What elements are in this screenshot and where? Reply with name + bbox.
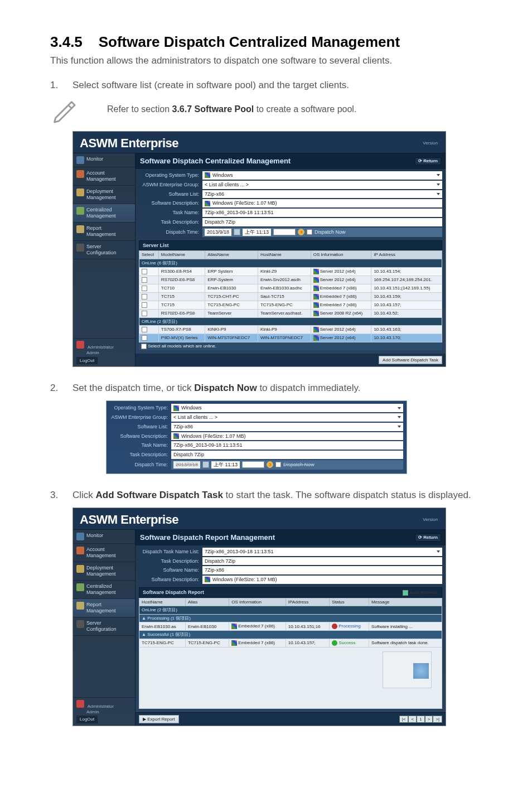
- export-report-button[interactable]: ▶ Export Report: [139, 715, 179, 723]
- field-group-2[interactable]: < List all clients ... >: [171, 413, 403, 422]
- calendar-icon[interactable]: [202, 461, 209, 468]
- auto-refresh-checkbox[interactable]: [403, 590, 408, 596]
- group-online[interactable]: OnLine (6 個項目): [139, 259, 442, 267]
- field-dispatch-time: 2013/9/18 上午 11:13 Dispatch Now: [202, 228, 442, 237]
- windows-icon: [313, 277, 319, 283]
- section-heading: 3.4.5 Software Dispatch Centralized Mana…: [50, 33, 482, 51]
- table-row[interactable]: TS700-X7-PS8KINKI-P9Kinki-P9Server 2012 …: [139, 326, 442, 334]
- dispatch-now-checkbox-2[interactable]: [275, 462, 281, 467]
- table-row[interactable]: TC710Erwin-EB1030Erwin-EB1030.asdhcEmbed…: [139, 284, 442, 292]
- deployment-icon: [76, 189, 84, 196]
- time-spinner-2[interactable]: [242, 461, 264, 468]
- group-online-2[interactable]: OnLine (2 個項目): [139, 606, 442, 615]
- row-checkbox[interactable]: [142, 269, 147, 274]
- time-input[interactable]: 上午 11:13: [243, 229, 271, 236]
- row-checkbox[interactable]: [142, 294, 147, 299]
- pager-first[interactable]: |<: [399, 716, 409, 723]
- pager[interactable]: |< < 1 > >|: [399, 716, 442, 723]
- sidebar-item-deployment[interactable]: Deployment Management: [73, 562, 135, 581]
- field-os-type-2[interactable]: Windows: [171, 404, 403, 412]
- sidebar-item-deployment[interactable]: Deployment Management: [73, 186, 135, 204]
- sidebar-item-monitor[interactable]: Monitor: [73, 153, 135, 167]
- return-button-2[interactable]: ⟳ Return: [415, 534, 441, 542]
- group-offline[interactable]: OffLine (2 個項目): [139, 317, 442, 326]
- field-task-name[interactable]: 7Zip-x86_2013-09-18 11:13:51: [202, 209, 442, 217]
- table-row[interactable]: Erwin-EB1030.asErwin-EB1030Embedded 7 (x…: [139, 622, 442, 631]
- sidebar-item-server-config[interactable]: Server Configuration: [73, 241, 135, 259]
- pager-page[interactable]: 1: [417, 716, 424, 723]
- logout-button[interactable]: LogOut: [76, 357, 98, 365]
- version-label: Version: [423, 141, 438, 146]
- sidebar-item-account[interactable]: Account Management: [73, 544, 135, 562]
- table-row[interactable]: RS300-E8-RS4ERP SystemKinki-Z9Server 201…: [139, 267, 442, 276]
- step-3: 3. Click Add Software Dispatch Task to s…: [50, 490, 482, 501]
- time-spinner[interactable]: [273, 229, 296, 235]
- pager-last[interactable]: >|: [433, 716, 442, 723]
- pen-icon: [50, 98, 76, 123]
- group-processing[interactable]: ▲ Processing (1 個項目): [139, 614, 442, 622]
- table-row[interactable]: TC715TC715-ENG-PCTC715-ENG-PCEmbedded 7 …: [139, 301, 442, 309]
- label-group: ASWM Enterprise Group:: [139, 182, 202, 188]
- add-software-dispatch-task-button[interactable]: Add Software Dispatch Task: [379, 356, 442, 364]
- label-sw-desc: Software Description:: [139, 200, 202, 206]
- field-sw-list-2[interactable]: 7Zip-x86: [171, 423, 403, 431]
- refresh-icon[interactable]: [298, 229, 304, 235]
- admin-label: Administrator: [76, 700, 132, 709]
- dispatch-now-label-2: Dispatch Now: [283, 462, 315, 468]
- select-all-row[interactable]: Select all models which are online.: [139, 342, 442, 350]
- success-icon: [332, 640, 337, 646]
- row-checkbox[interactable]: [142, 277, 147, 283]
- field-task-desc-2[interactable]: Dispatch 7Zip: [171, 451, 403, 459]
- row-checkbox[interactable]: [142, 327, 147, 332]
- row-checkbox[interactable]: [142, 302, 147, 308]
- windows-icon: [313, 327, 319, 332]
- sidebar-item-centralized[interactable]: Centralized Management: [73, 581, 135, 599]
- field-group[interactable]: < List all clients ... >: [202, 181, 442, 189]
- field-task-name-2[interactable]: 7Zip-x86_2013-09-18 11:13:51: [171, 441, 403, 450]
- report-icon: [76, 602, 84, 610]
- logout-button[interactable]: LogOut: [76, 716, 98, 723]
- dispatch-now-checkbox[interactable]: [307, 229, 312, 235]
- sidebar-item-server-config[interactable]: Server Configuration: [73, 617, 135, 636]
- time-input-2[interactable]: 上午 11:13: [211, 461, 240, 468]
- processing-icon: [332, 624, 337, 629]
- field-sw-list[interactable]: 7Zip-x86: [202, 190, 442, 199]
- group-successful[interactable]: ▲ Successful (1 個項目): [139, 631, 442, 639]
- table-row[interactable]: P9D-MV(X) SeriesWIN-M7ST0FNEDC7WIN-M7ST0…: [139, 334, 442, 342]
- table-row[interactable]: RS702D-E6-PS8ERP-SystemErwin-Srv2012.asd…: [139, 276, 442, 284]
- pager-prev[interactable]: <: [408, 716, 417, 723]
- monitor-icon: [76, 156, 84, 164]
- calendar-icon[interactable]: [234, 229, 240, 235]
- sidebar-item-account[interactable]: Account Management: [73, 167, 135, 186]
- table-row[interactable]: TC715TC715-CHT-PCSaul-TC715Embedded 7 (x…: [139, 292, 442, 301]
- sidebar-item-centralized[interactable]: Centralized Management: [73, 204, 135, 223]
- table-row[interactable]: RS702D-E6-PS8TeamServerTeamServer.asdhas…: [139, 309, 442, 317]
- sidebar-item-report[interactable]: Report Management: [73, 223, 135, 241]
- table-row[interactable]: TC715-ENG-PCTC715-ENG-PCEmbedded 7 (x86)…: [139, 639, 442, 648]
- return-button[interactable]: ⟳ Return: [415, 157, 441, 165]
- sidebar-item-monitor[interactable]: Monitor: [73, 530, 135, 544]
- field-os-type[interactable]: Windows: [202, 171, 442, 180]
- field-dtnl[interactable]: 7Zip-x86_2013-09-18 11:13:51: [202, 548, 442, 556]
- select-all-checkbox[interactable]: [141, 344, 147, 349]
- pager-next[interactable]: >: [425, 716, 433, 723]
- row-checkbox[interactable]: [142, 335, 147, 341]
- sidebar-item-report[interactable]: Report Management: [73, 599, 135, 617]
- dispatch-now-label: Dispatch Now: [315, 229, 346, 235]
- row-checkbox[interactable]: [142, 286, 147, 291]
- refresh-icon[interactable]: [267, 461, 273, 468]
- windows-icon: [205, 201, 210, 206]
- windows-icon: [313, 302, 319, 308]
- windows-icon: [313, 294, 319, 299]
- date-input[interactable]: 2013/9/18: [205, 229, 231, 236]
- row-checkbox[interactable]: [142, 311, 147, 316]
- content-title: Software Disptach Centralized Management: [140, 157, 291, 166]
- auto-refresh[interactable]: Auto Refresh: [403, 590, 437, 596]
- label-dispatch-time: Dispatch Time:: [139, 229, 202, 235]
- account-icon: [76, 547, 84, 554]
- field-task-desc[interactable]: Dispatch 7Zip: [202, 218, 442, 226]
- server-table: SelectModelNameAliasNameHostNameOS Infor…: [139, 250, 442, 342]
- server-config-icon: [76, 620, 84, 628]
- windows-icon: [231, 624, 237, 629]
- admin-label: Administrator: [76, 341, 132, 350]
